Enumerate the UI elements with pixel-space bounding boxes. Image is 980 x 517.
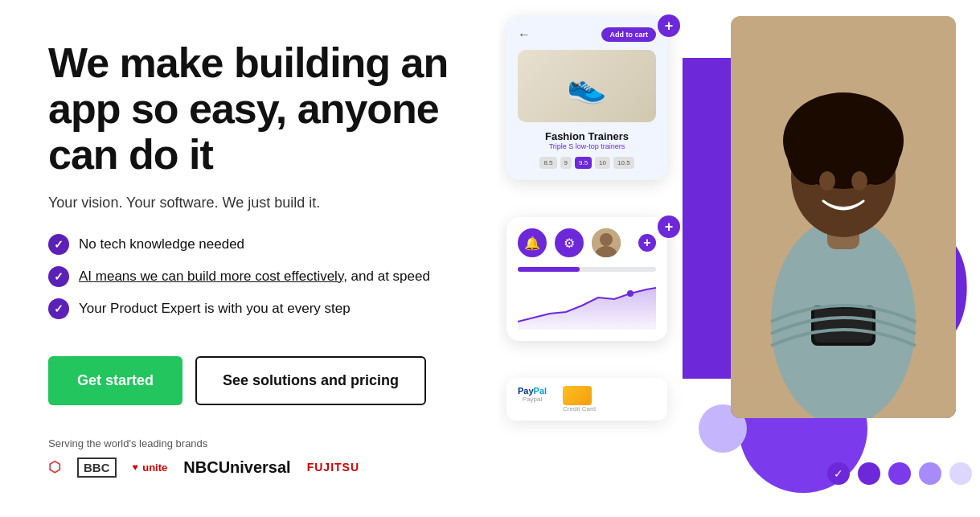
brands-row: ⬡ BBC ♥ unite NBCUniversal FUJITSU [48,458,466,478]
feature-text-3: Your Product Expert is with you at every… [79,301,351,317]
plus-button-1[interactable]: + [658,14,680,37]
credit-card-option: Credit Card [563,386,596,412]
main-content: We make building an app so easy, anyone … [0,0,980,517]
get-started-button[interactable]: Get started [48,356,182,405]
user-avatar [592,228,621,257]
see-solutions-button[interactable]: See solutions and pricing [195,356,426,405]
chart-area [518,281,656,330]
svg-point-7 [819,171,835,191]
brand-avon: ⬡ [48,458,61,476]
svg-point-14 [627,290,634,297]
feature-item-2: AI means we can build more cost effectiv… [48,266,466,287]
paypal-label: Paypal [518,396,547,403]
ai-link[interactable]: AI means we can build more cost effectiv… [79,269,343,284]
feature-text-2: AI means we can build more cost effectiv… [79,269,430,285]
check-icon-1 [48,234,69,255]
brand-unite: ♥ unite [133,462,168,474]
dot-3[interactable] [919,462,941,485]
check-icon-3 [48,298,69,319]
credit-card-label: Credit Card [563,405,596,412]
feature-item-3: Your Product Expert is with you at every… [48,298,466,319]
brands-label: Serving the world's leading brands [48,437,466,449]
add-member-button[interactable]: + [638,234,656,252]
product-name: Fashion Trainers [518,130,656,142]
back-arrow-icon[interactable]: ← [518,27,531,42]
brand-fujitsu: FUJITSU [307,461,359,474]
brand-nbc: NBCUniversal [183,458,290,477]
size-9[interactable]: 9 [560,157,572,169]
dot-check[interactable]: ✓ [827,462,850,485]
hero-subtitle: Your vision. Your software. We just buil… [48,195,466,211]
progress-bar-bg [518,267,656,272]
woman-photo [731,16,956,418]
dots-row: ✓ [827,462,972,485]
plus-button-2[interactable]: + [658,215,680,238]
feature-item-1: No tech knowledge needed [48,234,466,255]
hero-title: We make building an app so easy, anyone … [48,40,466,178]
avatar-row: 🔔 ⚙ + [518,228,656,257]
payment-card: PayPal Paypal Credit Card [506,378,667,421]
dot-1[interactable] [858,462,880,485]
feature-text-1: No tech knowledge needed [79,236,244,252]
size-selector: 8.5 9 9.5 10 10.5 [518,157,656,169]
brand-bbc: BBC [77,458,117,478]
dot-4[interactable] [949,462,972,485]
dashboard-card: 🔔 ⚙ + [506,217,667,341]
left-panel: We make building an app so easy, anyone … [0,0,498,517]
size-10[interactable]: 10 [595,157,610,169]
paypal-option: PayPal Paypal [518,386,547,412]
progress-bar-fill [518,267,580,272]
notification-avatar: 🔔 [518,228,547,257]
size-10-5[interactable]: 10.5 [613,157,634,169]
product-subtitle: Triple S low-top trainers [518,142,656,150]
brands-section: Serving the world's leading brands ⬡ BBC… [48,437,466,478]
size-9-5[interactable]: 9.5 [575,157,592,169]
paypal-logo: PayPal [518,386,547,396]
svg-point-8 [851,171,867,191]
svg-rect-10 [814,309,872,343]
features-list: No tech knowledge needed AI means we can… [48,234,466,330]
add-to-cart-button[interactable]: Add to cart [601,27,656,42]
dot-2[interactable] [888,462,911,485]
settings-avatar: ⚙ [555,228,584,257]
buttons-row: Get started See solutions and pricing [48,356,466,405]
credit-card-icon [563,386,592,405]
check-icon-2 [48,266,69,287]
app-card-header: ← Add to cart [518,27,656,42]
size-8-5[interactable]: 8.5 [539,157,556,169]
shoe-image: 👟 [518,50,656,122]
app-product-card: ← Add to cart 👟 Fashion Trainers Triple … [506,16,667,180]
svg-point-12 [600,233,613,246]
right-panel: B [498,0,980,517]
